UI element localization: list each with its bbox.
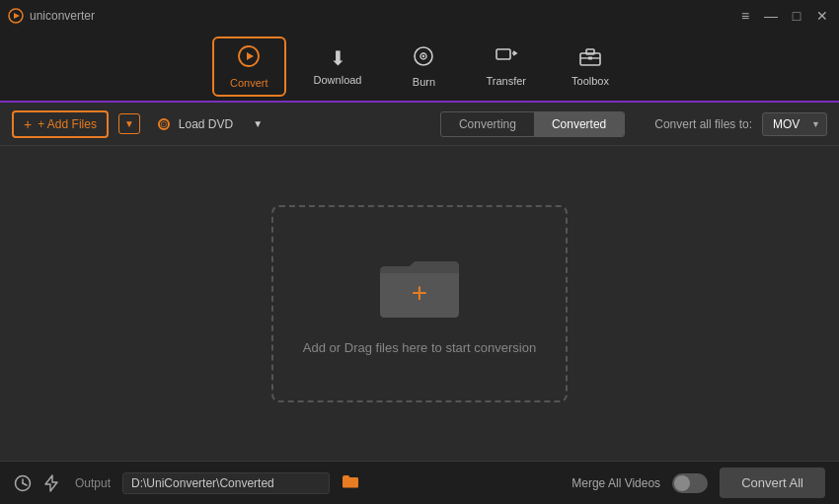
titlebar-controls: ≡ — □ ✕ <box>736 7 831 25</box>
toolbar: + + Add Files ▼ ⊙ Load DVD ▼ Converting … <box>0 103 839 146</box>
nav-convert-label: Convert <box>230 77 268 89</box>
add-files-label: + Add Files <box>38 117 97 131</box>
close-button[interactable]: ✕ <box>813 7 831 25</box>
merge-all-videos-label: Merge All Videos <box>572 476 660 490</box>
menu-button[interactable]: ≡ <box>736 7 754 25</box>
svg-marker-1 <box>14 13 20 19</box>
load-dvd-label: Load DVD <box>179 117 233 131</box>
output-path-input[interactable] <box>122 472 330 494</box>
load-dvd-dropdown-button[interactable]: ▼ <box>251 114 265 133</box>
dvd-icon: ⊙ <box>158 118 170 130</box>
svg-rect-9 <box>586 49 594 54</box>
output-folder-icon[interactable] <box>342 473 359 493</box>
download-nav-icon: ⬇ <box>330 46 346 70</box>
nav-toolbox-label: Toolbox <box>572 75 609 87</box>
nav-item-convert[interactable]: Convert <box>212 36 286 97</box>
clock-button[interactable] <box>14 474 32 492</box>
merge-toggle[interactable] <box>672 473 708 493</box>
bottombar: Output Merge All Videos Convert All <box>0 461 839 504</box>
tab-converting[interactable]: Converting <box>441 112 534 136</box>
minimize-button[interactable]: — <box>762 7 780 25</box>
toolbox-nav-icon <box>579 46 601 71</box>
convert-all-button[interactable]: Convert All <box>720 468 825 498</box>
maximize-button[interactable]: □ <box>788 7 805 25</box>
nav-burn-label: Burn <box>413 76 435 88</box>
app-title-text: uniconverter <box>30 9 95 23</box>
format-select[interactable]: MOV MP4 AVI MKV WMV <box>762 112 827 136</box>
toggle-knob <box>674 475 690 491</box>
svg-rect-11 <box>588 56 592 59</box>
format-select-wrapper: MOV MP4 AVI MKV WMV <box>762 112 827 136</box>
add-files-dropdown-button[interactable]: ▼ <box>118 113 140 134</box>
svg-marker-3 <box>247 52 254 60</box>
drop-zone[interactable]: + Add or Drag files here to start conver… <box>271 205 568 402</box>
nav-item-toolbox[interactable]: Toolbox <box>554 38 627 95</box>
drop-zone-text: Add or Drag files here to start conversi… <box>303 340 536 355</box>
tab-converted[interactable]: Converted <box>534 112 624 136</box>
load-dvd-button[interactable]: ⊙ Load DVD <box>150 113 241 135</box>
plus-icon: + <box>412 279 427 307</box>
main-content: + Add or Drag files here to start conver… <box>0 146 839 461</box>
folder-icon-wrapper: + <box>375 252 464 323</box>
svg-rect-7 <box>496 49 510 59</box>
svg-line-14 <box>23 483 27 485</box>
nav-item-burn[interactable]: Burn <box>389 37 458 96</box>
top-navigation: Convert ⬇ Download Burn Transfer <box>0 32 839 103</box>
titlebar-left: uniconverter <box>8 8 95 24</box>
nav-transfer-label: Transfer <box>486 75 526 87</box>
add-files-button[interactable]: + + Add Files <box>12 110 109 138</box>
nav-item-transfer[interactable]: Transfer <box>468 38 544 95</box>
plus-icon: + <box>24 116 32 132</box>
output-label: Output <box>75 476 111 490</box>
transfer-nav-icon <box>495 46 518 71</box>
nav-item-download[interactable]: ⬇ Download <box>296 38 380 94</box>
svg-point-6 <box>422 54 424 56</box>
titlebar: uniconverter ≡ — □ ✕ <box>0 0 839 32</box>
convert-all-files-label: Convert all files to: <box>654 117 752 131</box>
tabs-container: Converting Converted <box>440 111 625 137</box>
flash-button[interactable] <box>43 474 59 492</box>
convert-nav-icon <box>237 44 261 73</box>
burn-nav-icon <box>413 45 434 72</box>
nav-download-label: Download <box>314 74 362 86</box>
app-logo-icon <box>8 8 24 24</box>
